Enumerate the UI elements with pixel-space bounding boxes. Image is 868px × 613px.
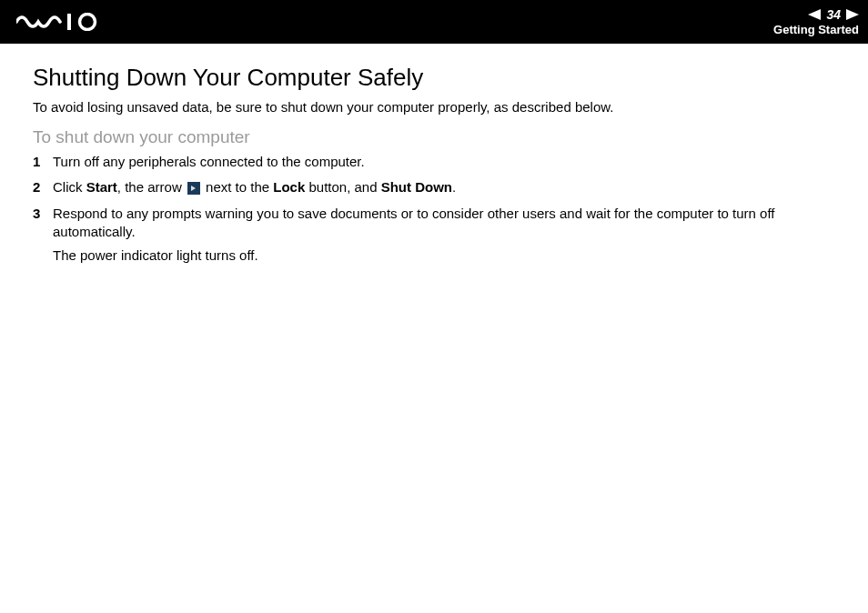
content: Shutting Down Your Computer Safely To av… (0, 44, 868, 265)
page-number: 34 (826, 8, 841, 21)
subtitle: To shut down your computer (33, 127, 839, 147)
page-nav: 34 (773, 8, 859, 21)
step-2-text-c: , the arrow (117, 179, 186, 195)
intro-text: To avoid losing unsaved data, be sure to… (33, 99, 839, 115)
next-page-icon[interactable] (846, 9, 859, 20)
svg-point-1 (80, 15, 96, 30)
step-2-text-a: Click (53, 179, 86, 195)
step-2-shutdown: Shut Down (381, 179, 452, 195)
step-2-lock: Lock (273, 179, 305, 195)
prev-page-icon[interactable] (808, 9, 821, 20)
arrow-icon (187, 182, 200, 195)
step-2-start: Start (86, 179, 117, 195)
header-bar: 34 Getting Started (0, 0, 868, 44)
header-right: 34 Getting Started (773, 8, 859, 36)
step-2-text-f: button, and (305, 179, 380, 195)
step-3-text-b: The power indicator light turns off. (53, 246, 839, 265)
step-3-text-a: Respond to any prompts warning you to sa… (53, 206, 774, 239)
page-title: Shutting Down Your Computer Safely (33, 64, 839, 92)
step-2-text-h: . (452, 179, 456, 195)
section-label: Getting Started (773, 23, 859, 36)
steps-list: Turn off any peripherals connected to th… (33, 153, 839, 265)
step-2: Click Start, the arrow next to the Lock … (33, 178, 839, 196)
step-2-text-d: next to the (202, 179, 273, 195)
step-1-text: Turn off any peripherals connected to th… (53, 154, 365, 169)
svg-rect-0 (67, 14, 71, 30)
vaio-logo-svg (16, 13, 104, 31)
vaio-logo (16, 13, 104, 31)
step-3: Respond to any prompts warning you to sa… (33, 205, 839, 266)
step-1: Turn off any peripherals connected to th… (33, 153, 839, 171)
